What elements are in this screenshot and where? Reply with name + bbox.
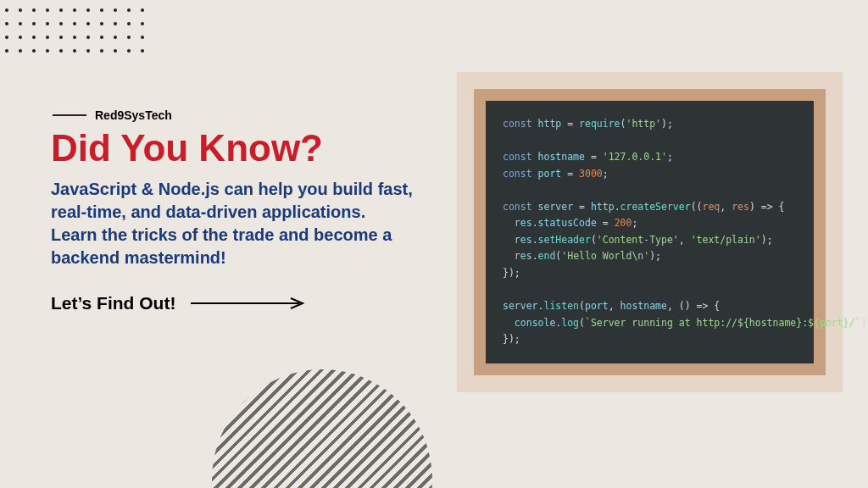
code-token: server bbox=[538, 201, 574, 213]
arrow-right-icon bbox=[191, 297, 309, 309]
cta-row: Let’s Find Out! bbox=[51, 293, 415, 313]
code-token: res bbox=[515, 250, 532, 262]
code-token: }); bbox=[503, 267, 520, 279]
code-token: server bbox=[503, 300, 538, 312]
code-token: log bbox=[561, 317, 579, 329]
code-token: port bbox=[538, 168, 562, 180]
code-token: hostname bbox=[620, 300, 667, 312]
text-content: Red9SysTech Did You Know? JavaScript & N… bbox=[51, 108, 415, 313]
dot-grid bbox=[0, 8, 144, 53]
code-token: res bbox=[515, 217, 532, 229]
code-token: const bbox=[503, 151, 532, 163]
code-token: 200 bbox=[615, 217, 632, 229]
code-token: const bbox=[503, 168, 532, 180]
code-token: 'Content-Type' bbox=[597, 234, 679, 246]
description: JavaScript & Node.js can help you build … bbox=[51, 178, 415, 269]
code-token: 'http' bbox=[626, 118, 661, 130]
code-token: setHeader bbox=[538, 234, 591, 246]
code-token: listen bbox=[543, 300, 579, 312]
code-token: res bbox=[732, 201, 749, 213]
headline: Did You Know? bbox=[51, 129, 415, 168]
code-token: const bbox=[503, 201, 532, 213]
code-token: `Server running at http://${hostname}:${… bbox=[585, 317, 860, 329]
code-token: const bbox=[503, 118, 532, 130]
code-token: http bbox=[538, 118, 562, 130]
code-token: end bbox=[538, 250, 556, 262]
code-token: statusCode bbox=[538, 217, 597, 229]
brand-row: Red9SysTech bbox=[53, 108, 415, 122]
code-token: require bbox=[579, 118, 620, 130]
code-token: res bbox=[515, 234, 532, 246]
code-token: port bbox=[585, 300, 609, 312]
code-token: 'Hello World\n' bbox=[561, 250, 649, 262]
hatched-circle-decoration bbox=[212, 369, 432, 488]
code-token: '127.0.0.1' bbox=[603, 151, 667, 163]
code-token: http bbox=[591, 201, 615, 213]
code-frame-inner: const http = require('http'); const host… bbox=[474, 89, 826, 375]
code-frame: const http = require('http'); const host… bbox=[457, 72, 843, 392]
code-token: req bbox=[703, 201, 721, 213]
code-token: console bbox=[515, 317, 555, 329]
code-token: }); bbox=[503, 333, 520, 345]
code-token: 3000 bbox=[579, 168, 603, 180]
code-token: createServer bbox=[620, 201, 691, 213]
brand-label: Red9SysTech bbox=[95, 108, 172, 122]
brand-line-icon bbox=[53, 114, 86, 116]
code-snippet: const http = require('http'); const host… bbox=[486, 101, 814, 363]
code-token: 'text/plain' bbox=[691, 234, 761, 246]
cta-text: Let’s Find Out! bbox=[51, 293, 175, 313]
code-token: hostname bbox=[538, 151, 585, 163]
